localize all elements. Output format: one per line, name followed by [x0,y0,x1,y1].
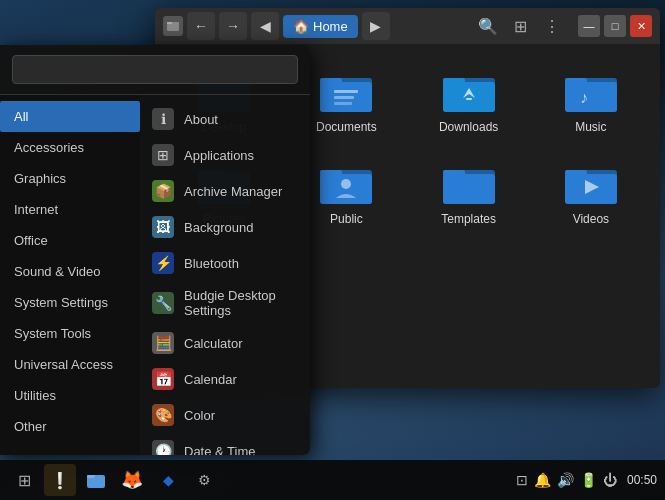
archive-manager-icon: 📦 [152,180,174,202]
home-button[interactable]: 🏠 Home [283,15,358,38]
category-system-settings[interactable]: System Settings [0,287,140,318]
taskbar-warning[interactable]: ❕ [44,464,76,496]
menu-button[interactable]: ⋮ [538,12,566,40]
volume-icon[interactable]: 🔊 [557,472,574,488]
color-icon: 🎨 [152,404,174,426]
svg-rect-12 [443,82,495,112]
view-toggle-button[interactable]: ⊞ [506,12,534,40]
category-universal-access[interactable]: Universal Access [0,349,140,380]
budgie-icon: 🔧 [152,292,174,314]
categories-list: All Accessories Graphics Internet Office… [0,95,140,455]
videos-label: Videos [573,212,609,226]
svg-rect-8 [334,90,358,93]
applications-icon: ⊞ [152,144,174,166]
file-manager-titlebar: ← → ◀ 🏠 Home ▶ 🔍 ⊞ ⋮ — □ ✕ [155,8,660,44]
taskbar: ⊞ ❕ 🦊 ◆ ⚙ ⊡ 🔔 🔊 🔋 ⏻ 00:50 [0,460,665,500]
minimize-button[interactable]: — [578,15,600,37]
background-label: Background [184,220,253,235]
music-folder-icon: ♪ [565,70,617,114]
svg-rect-7 [320,78,342,84]
bluetooth-icon: ⚡ [152,252,174,274]
category-all[interactable]: All [0,101,140,132]
budgie-label: Budgie Desktop Settings [184,288,298,318]
search-button[interactable]: 🔍 [474,12,502,40]
videos-folder-icon [565,162,617,206]
category-accessories[interactable]: Accessories [0,132,140,163]
music-label: Music [575,120,606,134]
back-button[interactable]: ← [187,12,215,40]
downloads-label: Downloads [439,120,498,134]
category-office[interactable]: Office [0,225,140,256]
category-other[interactable]: Other [0,411,140,442]
app-item-datetime[interactable]: 🕐 Date & Time [140,433,310,455]
templates-folder-icon [443,162,495,206]
svg-rect-18 [565,78,587,84]
category-utilities[interactable]: Utilities [0,380,140,411]
taskbar-app-blue[interactable]: ◆ [152,464,184,496]
forward-button[interactable]: → [219,12,247,40]
system-tray: ⊡ 🔔 🔊 🔋 ⏻ 00:50 [516,472,657,488]
app-menu: 🔍 All Accessories Graphics Internet Offi… [0,45,310,455]
network-icon[interactable]: ⊡ [516,472,528,488]
taskbar-apps-grid[interactable]: ⊞ [8,464,40,496]
svg-rect-13 [443,78,465,84]
app-item-background[interactable]: 🖼 Background [140,209,310,245]
taskbar-settings[interactable]: ⚙ [188,464,220,496]
next-location-button[interactable]: ▶ [362,12,390,40]
app-item-budgie[interactable]: 🔧 Budgie Desktop Settings [140,281,310,325]
svg-text:♪: ♪ [580,89,588,106]
svg-rect-28 [443,174,495,204]
documents-folder-icon [320,70,372,114]
app-item-calendar[interactable]: 📅 Calendar [140,361,310,397]
menu-body: All Accessories Graphics Internet Office… [0,95,310,455]
category-sound-video[interactable]: Sound & Video [0,256,140,287]
file-item-templates[interactable]: Templates [416,156,522,232]
category-internet[interactable]: Internet [0,194,140,225]
calendar-icon: 📅 [152,368,174,390]
svg-point-26 [341,179,351,189]
home-label: Home [313,19,348,34]
home-icon: 🏠 [293,19,309,34]
app-item-archive-manager[interactable]: 📦 Archive Manager [140,173,310,209]
fm-toolbar: 🔍 ⊞ ⋮ [474,12,566,40]
maximize-button[interactable]: □ [604,15,626,37]
clock: 00:50 [627,473,657,487]
about-label: About [184,112,218,127]
search-wrapper: 🔍 [12,55,298,84]
taskbar-files[interactable] [80,464,112,496]
category-system-tools[interactable]: System Tools [0,318,140,349]
app-item-applications[interactable]: ⊞ Applications [140,137,310,173]
notification-icon[interactable]: 🔔 [534,472,551,488]
power-icon[interactable]: ⏻ [603,472,617,488]
about-icon: ℹ [152,108,174,130]
datetime-label: Date & Time [184,444,256,456]
app-item-about[interactable]: ℹ About [140,101,310,137]
archive-manager-label: Archive Manager [184,184,282,199]
svg-rect-15 [466,98,472,100]
applications-label: Applications [184,148,254,163]
public-label: Public [330,212,363,226]
category-graphics[interactable]: Graphics [0,163,140,194]
datetime-icon: 🕐 [152,440,174,455]
app-item-color[interactable]: 🎨 Color [140,397,310,433]
bluetooth-label: Bluetooth [184,256,239,271]
fm-app-icon [163,16,183,36]
battery-icon[interactable]: 🔋 [580,472,597,488]
file-item-music[interactable]: ♪ Music [538,64,644,140]
background-icon: 🖼 [152,216,174,238]
file-item-downloads[interactable]: Downloads [416,64,522,140]
prev-location-button[interactable]: ◀ [251,12,279,40]
svg-rect-1 [167,22,172,24]
close-button[interactable]: ✕ [630,15,652,37]
color-label: Color [184,408,215,423]
downloads-folder-icon [443,70,495,114]
app-item-bluetooth[interactable]: ⚡ Bluetooth [140,245,310,281]
search-input[interactable] [12,55,298,84]
calculator-icon: 🧮 [152,332,174,354]
svg-rect-35 [87,475,95,478]
public-folder-icon [320,162,372,206]
svg-rect-32 [565,170,587,176]
taskbar-firefox[interactable]: 🦊 [116,464,148,496]
app-item-calculator[interactable]: 🧮 Calculator [140,325,310,361]
file-item-videos[interactable]: Videos [538,156,644,232]
